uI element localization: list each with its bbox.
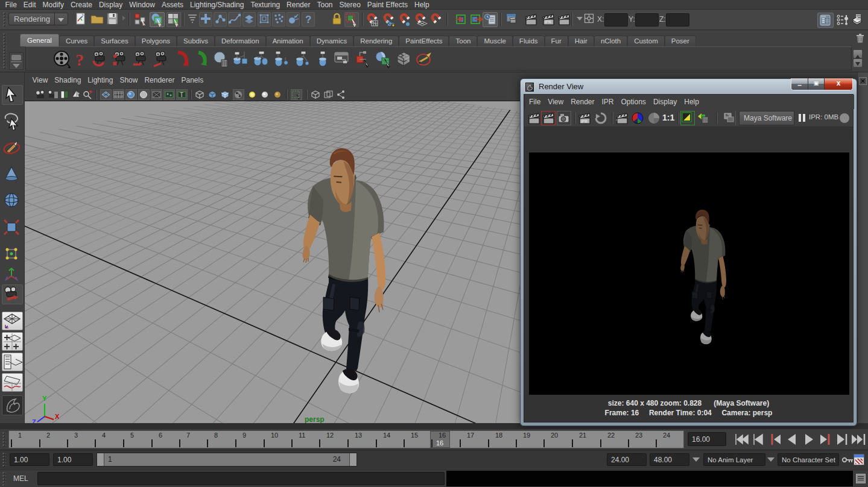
svg-text:IPR: IPR bbox=[545, 20, 551, 24]
svg-text:Z: Z bbox=[32, 418, 36, 423]
svg-text:IPR: IPR bbox=[581, 119, 588, 124]
svg-text:?: ? bbox=[305, 14, 311, 25]
svg-text:Y: Y bbox=[42, 395, 47, 402]
svg-text:X: X bbox=[55, 413, 60, 420]
svg-text:T: T bbox=[180, 92, 183, 98]
svg-text:?: ? bbox=[75, 51, 84, 68]
